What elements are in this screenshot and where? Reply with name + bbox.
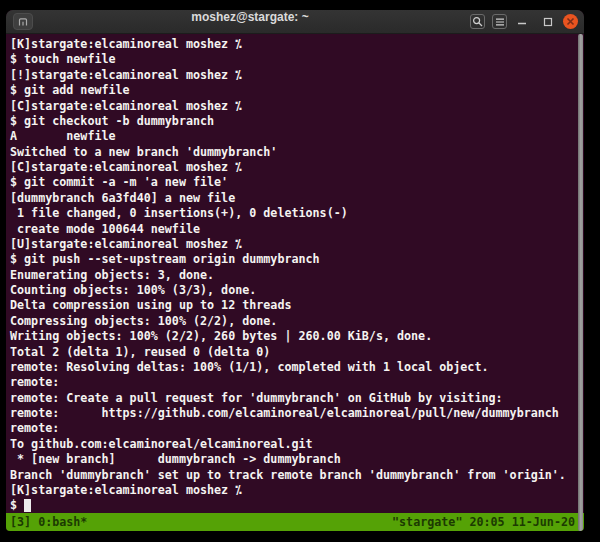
terminal-line: remote: Create a pull request for 'dummy… [10,391,578,406]
titlebar[interactable]: moshez@stargate: ~ [6,10,584,34]
maximize-button[interactable] [540,14,556,29]
terminal-line: $ touch newfile [10,52,578,67]
status-windows-list: [3] 0:bash* [10,515,87,529]
terminal-line: [K]stargate:elcaminoreal moshez ⁒ [10,483,578,498]
search-icon [472,16,483,27]
terminal-line: [dummybranch 6a3fd40] a new file [10,191,578,206]
terminal-line: [!]stargate:elcaminoreal moshez ⁒ [10,68,578,83]
terminal-line: Delta compression using up to 12 threads [10,298,578,313]
terminal-line: $ git checkout -b dummybranch [10,114,578,129]
terminal-line: To github.com:elcaminoreal/elcaminoreal.… [10,437,578,452]
terminal-line: remote: Resolving deltas: 100% (1/1), co… [10,360,578,375]
close-button[interactable] [563,14,578,29]
status-host-datetime: "stargate" 20:05 11-Jun-20 [392,515,575,529]
terminal-line: Compressing objects: 100% (2/2), done. [10,314,578,329]
terminal-cursor [24,499,31,512]
minimize-button[interactable] [514,14,530,29]
terminal-line: Counting objects: 100% (3/3), done. [10,283,578,298]
close-icon [566,17,575,26]
terminal-app-icon [17,16,29,28]
terminal-line: remote: [10,375,578,390]
hamburger-menu-icon [495,17,505,27]
minimize-icon [517,17,527,27]
terminal-line: Total 2 (delta 1), reused 0 (delta 0) [10,345,578,360]
terminal-line: remote: [10,421,578,436]
window-title: moshez@stargate: ~ [46,10,454,33]
menu-button[interactable] [492,14,507,29]
maximize-icon [543,17,553,27]
terminal-line: 1 file changed, 0 insertions(+), 0 delet… [10,206,578,221]
terminal-prompt-line: $ [10,498,578,513]
terminal-line: * [new branch] dummybranch -> dummybranc… [10,452,578,467]
terminal-line: create mode 100644 newfile [10,222,578,237]
terminal-line: $ git add newfile [10,83,578,98]
terminal-line: Writing objects: 100% (2/2), 260 bytes |… [10,329,578,344]
terminal-screen[interactable]: [K]stargate:elcaminoreal moshez ⁒$ touch… [6,34,578,513]
terminal-lines: [K]stargate:elcaminoreal moshez ⁒$ touch… [10,37,578,498]
screen-status-bar: [3] 0:bash* "stargate" 20:05 11-Jun-20 [6,513,584,531]
terminal-line: Switched to a new branch 'dummybranch' [10,145,578,160]
terminal-line: [C]stargate:elcaminoreal moshez ⁒ [10,99,578,114]
terminal-line: remote: https://github.com/elcaminoreal/… [10,406,578,421]
scrollbar-thumb[interactable] [578,34,583,531]
terminal-line: Enumerating objects: 3, done. [10,268,578,283]
search-button[interactable] [470,14,485,29]
prompt-text: $ [10,498,24,512]
terminal-line: [U]stargate:elcaminoreal moshez ⁒ [10,237,578,252]
app-menu-button[interactable] [13,13,33,30]
terminal-line: Branch 'dummybranch' set up to track rem… [10,468,578,483]
desktop-background: moshez@stargate: ~ [0,0,600,542]
terminal-line: [C]stargate:elcaminoreal moshez ⁒ [10,160,578,175]
terminal-line: [K]stargate:elcaminoreal moshez ⁒ [10,37,578,52]
terminal-line: A newfile [10,129,578,144]
terminal-window: moshez@stargate: ~ [6,10,584,531]
terminal-line: $ git commit -a -m 'a new file' [10,175,578,190]
terminal-line: $ git push --set-upstream origin dummybr… [10,252,578,267]
